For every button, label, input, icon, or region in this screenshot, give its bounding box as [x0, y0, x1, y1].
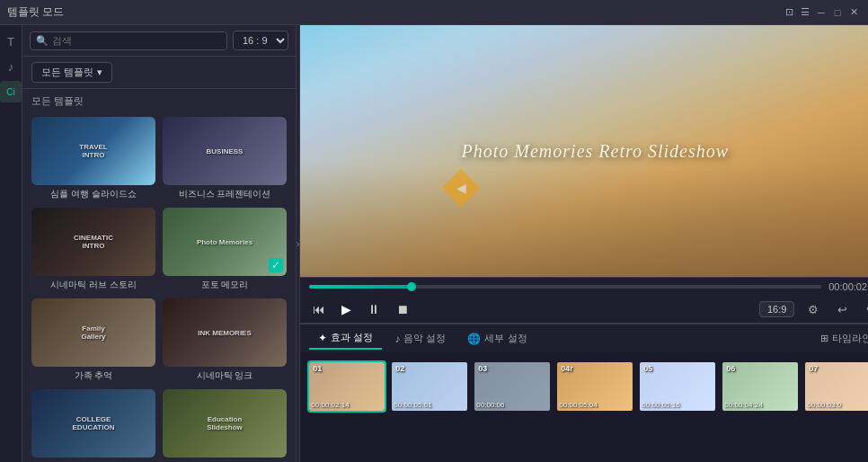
maximize-btn[interactable]: □	[830, 5, 845, 20]
playback-controls: ⏮ ▶ ⏸ ⏹ 16:9 ⚙ ↩ ↪	[300, 296, 868, 324]
rewind-btn[interactable]: ⏮	[309, 300, 329, 318]
template-item-5[interactable]: FamilyGallery 가족 추억	[31, 298, 155, 382]
clip-item-7[interactable]: 07 00:00:03:0	[803, 360, 868, 413]
list-icon-btn[interactable]: ☰	[798, 5, 812, 20]
template-thumb-8: EducationSlideshow	[163, 389, 287, 458]
sidebar-icon-template[interactable]: Ci	[0, 81, 22, 102]
clip-item-4[interactable]: 04r 00:00:05:04	[555, 360, 634, 413]
clip-num-5: 05	[643, 364, 652, 373]
template-label-2: 비즈니스 프레젠테이션	[163, 188, 287, 200]
template-thumb-1: TRAVELINTRO	[31, 117, 155, 185]
pause-btn[interactable]: ⏸	[364, 300, 384, 318]
stop-btn[interactable]: ⏹	[393, 300, 412, 318]
template-thumb-7: COLLEGEEDUCATION	[31, 389, 155, 458]
template-thumb-5: FamilyGallery	[31, 298, 155, 367]
minimize-btn[interactable]: ─	[814, 5, 828, 20]
progress-fill	[309, 285, 412, 289]
clip-num-2: 02	[395, 364, 404, 373]
sidebar-icon-text[interactable]: T	[0, 31, 22, 52]
music-icon: ♪	[394, 333, 400, 345]
template-thumb-6: INK MEMORIES	[163, 298, 287, 367]
template-thumb-4: Photo Memories ✓	[163, 208, 287, 276]
effects-icon: ✦	[318, 332, 327, 344]
clip-num-3: 03	[478, 364, 487, 373]
clip-item-1[interactable]: 01 00:00:02:14	[307, 360, 386, 413]
window-controls: ⊡ ☰ ─ □ ✕	[782, 5, 861, 20]
globe-icon: 🌐	[467, 333, 481, 345]
template-item-7[interactable]: COLLEGEEDUCATION 대학 교육	[31, 389, 155, 462]
settings-icon[interactable]: ⚙	[803, 299, 823, 319]
clip-time-6: 00:00:04:24	[724, 401, 762, 409]
title-bar: 템플릿 모드 ⊡ ☰ ─ □ ✕	[0, 0, 868, 25]
timeline-area: 01 00:00:02:14 02 00:00:05:01 03 00:00:0…	[300, 352, 868, 421]
ratio-select[interactable]: 16 : 9 9 : 16 1 : 1	[233, 31, 288, 50]
template-item-4[interactable]: Photo Memories ✓ 포토 메모리	[163, 208, 287, 291]
template-thumb-3: CINEMATICINTRO	[31, 208, 155, 276]
filter-all-btn[interactable]: 모든 템플릿 ▾	[31, 62, 112, 83]
left-panel: 🔍 16 : 9 9 : 16 1 : 1 모든 템플릿 ▾ 모든 템플릿 TR…	[22, 25, 297, 462]
clip-num-6: 06	[726, 364, 735, 373]
tab-bar: ✦ 효과 설정 ♪ 음악 설정 🌐 세부 설정 ⊞ 타임라인	[300, 324, 868, 352]
progress-handle[interactable]	[407, 282, 416, 291]
left-panel-header: 🔍 16 : 9 9 : 16 1 : 1	[22, 25, 296, 57]
clip-item-2[interactable]: 02 00:00:05:01	[390, 360, 469, 413]
template-label-4: 포토 메모리	[163, 279, 287, 291]
clip-num-4: 04r	[561, 364, 573, 373]
chevron-down-icon: ▾	[97, 67, 102, 78]
ratio-badge: 16:9	[759, 301, 794, 317]
template-label-3: 시네마틱 러브 스토리	[31, 279, 155, 291]
clip-time-5: 00:00:05:16	[642, 401, 679, 409]
clip-time-1: 00:00:02:14	[311, 401, 349, 409]
clip-item-3[interactable]: 03 00:00:06	[473, 360, 552, 413]
template-check-icon: ✓	[269, 258, 283, 272]
template-item-2[interactable]: BUSINESS 비즈니스 프레젠테이션	[163, 117, 287, 200]
template-item-6[interactable]: INK MEMORIES 시네마틱 잉크	[163, 298, 287, 382]
save-icon-btn[interactable]: ⊡	[782, 5, 796, 20]
preview-background: Photo Memories Retro Slideshow ◀	[300, 25, 868, 277]
template-label-6: 시네마틱 잉크	[163, 369, 287, 382]
sidebar-icon-music[interactable]: ♪	[0, 56, 22, 77]
tab-effects[interactable]: ✦ 효과 설정	[309, 327, 382, 350]
search-box[interactable]: 🔍	[30, 31, 227, 50]
preview-overlay: Photo Memories Retro Slideshow	[300, 25, 868, 277]
template-item-3[interactable]: CINEMATICINTRO 시네마틱 러브 스토리	[31, 208, 155, 291]
play-btn[interactable]: ▶	[338, 300, 355, 318]
clip-num-7: 07	[809, 364, 818, 373]
tab-detail[interactable]: 🌐 세부 설정	[458, 328, 536, 349]
template-label-5: 가족 추억	[31, 369, 155, 382]
tab-timeline[interactable]: ⊞ 타임라인	[811, 328, 868, 349]
center-panel: Photo Memories Retro Slideshow ◀ 00:00:0…	[300, 25, 868, 462]
undo-icon[interactable]: ↩	[832, 299, 852, 319]
clip-item-6[interactable]: 06 00:00:04:24	[721, 360, 800, 413]
template-item-1[interactable]: TRAVELINTRO 심플 여행 슬라이드쇼	[31, 117, 155, 200]
sidebar-icons: T ♪ Ci	[0, 25, 22, 462]
tab-audio[interactable]: ♪ 음악 설정	[385, 328, 455, 349]
clip-num-1: 01	[313, 364, 322, 373]
clip-time-2: 00:00:05:01	[394, 401, 431, 409]
timeline-icon: ⊞	[820, 333, 828, 344]
search-icon: 🔍	[36, 35, 49, 47]
time-display: 00:00:02:05	[828, 281, 868, 292]
template-label-1: 심플 여행 슬라이드쇼	[31, 188, 155, 200]
preview-area: Photo Memories Retro Slideshow ◀	[300, 25, 868, 277]
redo-icon[interactable]: ↪	[861, 299, 868, 319]
template-grid: TRAVELINTRO 심플 여행 슬라이드쇼 BUSINESS 비즈니스 프레…	[22, 113, 296, 462]
search-input[interactable]	[52, 35, 221, 46]
clip-time-4: 00:00:05:04	[559, 401, 597, 409]
clip-time-7: 00:00:03:0	[807, 401, 841, 409]
template-item-8[interactable]: EducationSlideshow 교육 슬라이드쇼	[163, 389, 287, 462]
preview-title: Photo Memories Retro Slideshow	[462, 141, 730, 162]
progress-bar[interactable]	[309, 285, 821, 289]
progress-bar-container: 00:00:02:05	[300, 277, 868, 296]
main-layout: T ♪ Ci 🔍 16 : 9 9 : 16 1 : 1 모든 템플릿 ▾ 모든…	[0, 25, 868, 462]
close-btn[interactable]: ✕	[846, 5, 861, 20]
section-label: 모든 템플릿	[22, 89, 296, 113]
clip-time-3: 00:00:06	[476, 401, 504, 409]
template-filter: 모든 템플릿 ▾	[22, 57, 296, 89]
template-thumb-2: BUSINESS	[163, 117, 287, 185]
app-title: 템플릿 모드	[7, 4, 64, 20]
clip-item-5[interactable]: 05 00:00:05:16	[638, 360, 717, 413]
